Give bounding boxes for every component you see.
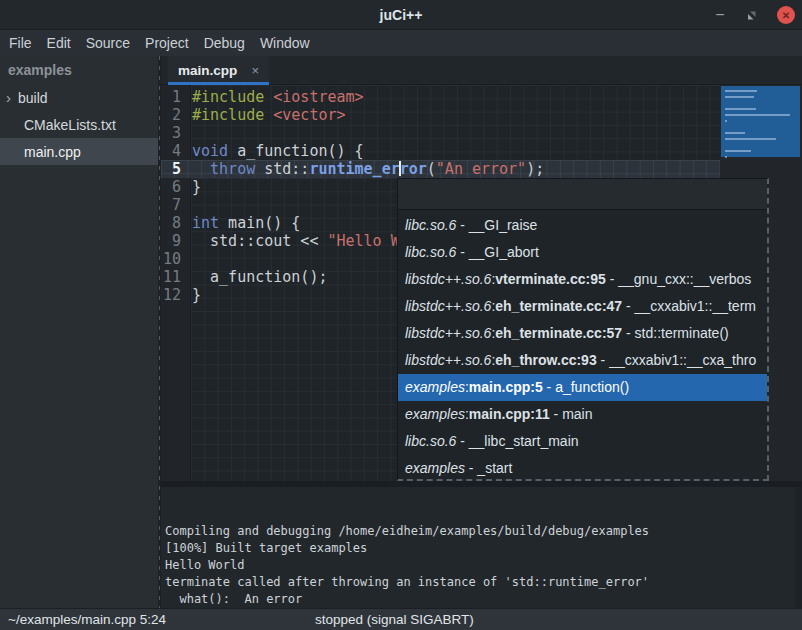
menu-item-project[interactable]: Project <box>143 35 191 51</box>
code-text: int main() { <box>190 214 300 232</box>
line-number: 8 <box>161 214 190 232</box>
backtrace-popup: libc.so.6 - __GI_raiselibc.so.6 - __GI_a… <box>397 178 769 481</box>
token-kw: void <box>192 142 228 160</box>
menu-item-file[interactable]: File <box>7 35 34 51</box>
code-text: void a_function() { <box>190 142 364 160</box>
backtrace-filter-input[interactable] <box>398 179 767 210</box>
terminal-line: [100%] Built target examples <box>165 540 802 557</box>
juci-window: juCi++ − ✕ FileEditSourceProjectDebugWin… <box>0 0 802 630</box>
token-str: "An error" <box>436 160 526 178</box>
close-button[interactable]: ✕ <box>777 6 795 24</box>
terminal-scrollbar[interactable] <box>795 487 802 608</box>
code-text: } <box>190 286 201 304</box>
line-number: 1 <box>161 88 190 106</box>
token-pl: std:: <box>255 160 309 178</box>
backtrace-item[interactable]: examples:main.cpp:11 - main <box>398 401 767 428</box>
line-number: 9 <box>161 232 190 250</box>
status-bar: ~/examples/main.cpp 5:24 stopped (signal… <box>0 608 802 630</box>
tab-label: main.cpp <box>178 63 251 78</box>
tree-item-build[interactable]: ›build <box>0 84 158 111</box>
token-pl: } <box>192 286 201 304</box>
line-number: 10 <box>161 250 190 268</box>
code-text: std::cout << "Hello W <box>190 232 400 250</box>
minimap-code-line <box>725 90 757 92</box>
minimap-viewport[interactable] <box>721 86 800 157</box>
tree-item-label: main.cpp <box>24 144 81 160</box>
backtrace-function: - __GI_raise <box>456 217 537 233</box>
tree-item-cmakelists-txt[interactable]: CMakeLists.txt <box>0 111 158 138</box>
minimap-code-line <box>725 138 776 140</box>
minimap-code-line <box>725 150 751 152</box>
backtrace-item[interactable]: examples:main.cpp:5 - a_function() <box>398 374 767 401</box>
backtrace-function: - a_function() <box>543 379 629 395</box>
backtrace-item[interactable]: examples - _start <box>398 455 767 479</box>
line-number: 6 <box>161 178 190 196</box>
token-pl <box>264 106 273 124</box>
backtrace-item[interactable]: libc.so.6 - __GI_abort <box>398 238 767 265</box>
backtrace-function: - __libc_start_main <box>456 433 578 449</box>
tree-item-main-cpp[interactable]: main.cpp <box>0 138 158 165</box>
code-line[interactable]: 4void a_function() { <box>161 142 720 160</box>
window-controls: − ✕ <box>714 0 795 30</box>
menu-item-source[interactable]: Source <box>84 35 132 51</box>
terminal-output[interactable]: Compiling and debugging /home/eidheim/ex… <box>161 487 802 608</box>
tab-close-icon[interactable]: × <box>251 63 259 78</box>
token-pl: } <box>192 178 201 196</box>
token-type: runtime_er <box>309 160 399 178</box>
backtrace-item[interactable]: libstdc++.so.6:vterminate.cc:95 - __gnu_… <box>398 265 767 292</box>
backtrace-library: examples <box>405 379 465 395</box>
backtrace-function: - std::terminate() <box>622 325 729 341</box>
restore-icon[interactable] <box>746 10 757 21</box>
editor-pane: main.cpp × 1#include <iostream>2#include… <box>161 56 802 608</box>
backtrace-library: libc.so.6 <box>405 244 456 260</box>
expander-icon[interactable]: › <box>0 91 18 105</box>
backtrace-item[interactable]: libstdc++.so.6:eh_terminate.cc:57 - std:… <box>398 319 767 346</box>
tab-bar: main.cpp × <box>161 56 802 85</box>
minimap-code-line <box>725 108 756 110</box>
minimize-button[interactable]: − <box>714 10 726 20</box>
menu-item-debug[interactable]: Debug <box>202 35 247 51</box>
token-pl: std::cout << <box>192 232 327 250</box>
backtrace-file-line: main.cpp:5 <box>469 379 543 395</box>
code-line[interactable]: 1#include <iostream> <box>161 88 720 106</box>
token-dir: #include <box>192 88 264 106</box>
backtrace-item[interactable]: libc.so.6 - __libc_start_main <box>398 428 767 455</box>
code-line[interactable]: 2#include <vector> <box>161 106 720 124</box>
backtrace-list: libc.so.6 - __GI_raiselibc.so.6 - __GI_a… <box>398 211 767 479</box>
minimap-code-line <box>725 114 790 116</box>
token-pl: a_function() { <box>228 142 363 160</box>
terminal-line: Hello World <box>165 557 802 574</box>
main-area: examples ›buildCMakeLists.txtmain.cpp ma… <box>0 56 802 608</box>
token-kw: throw <box>210 160 255 178</box>
menu-item-window[interactable]: Window <box>258 35 312 51</box>
line-number: 4 <box>161 142 190 160</box>
titlebar[interactable]: juCi++ − ✕ <box>0 0 802 30</box>
terminal-line: terminate called after throwing an insta… <box>165 574 802 591</box>
backtrace-item[interactable]: libstdc++.so.6:eh_terminate.cc:47 - __cx… <box>398 292 767 319</box>
backtrace-item[interactable]: libstdc++.so.6:eh_throw.cc:93 - __cxxabi… <box>398 346 767 373</box>
code-text: } <box>190 178 201 196</box>
code-line[interactable]: 5 throw std::runtime_error("An error"); <box>161 160 720 178</box>
line-number: 7 <box>161 196 190 214</box>
tab-main-cpp[interactable]: main.cpp × <box>168 56 269 85</box>
code-text: #include <iostream> <box>190 88 364 106</box>
code-editor[interactable]: 1#include <iostream>2#include <vector>34… <box>161 85 802 481</box>
tree-item-label: build <box>18 90 48 106</box>
minimap-code-line <box>725 156 727 158</box>
file-tree-sidebar: examples ›buildCMakeLists.txtmain.cpp <box>0 56 158 608</box>
token-pl: ); <box>526 160 544 178</box>
backtrace-item[interactable]: libc.so.6 - __GI_raise <box>398 211 767 238</box>
code-line[interactable]: 3 <box>161 124 720 142</box>
status-debug-state: stopped (signal SIGABRT) <box>315 609 474 630</box>
terminal-line: what(): An error <box>165 591 802 608</box>
token-pl: ( <box>427 160 436 178</box>
menubar: FileEditSourceProjectDebugWindow <box>0 30 802 56</box>
backtrace-library: libc.so.6 <box>405 433 456 449</box>
backtrace-file-line: vterminate.cc:95 <box>495 271 606 287</box>
menu-item-edit[interactable]: Edit <box>45 35 73 51</box>
backtrace-file-line: main.cpp:11 <box>469 406 550 422</box>
backtrace-library: libstdc++.so.6 <box>405 325 491 341</box>
backtrace-function: - __GI_abort <box>456 244 539 260</box>
minimap-code-line <box>725 132 745 134</box>
token-str: <vector> <box>273 106 345 124</box>
